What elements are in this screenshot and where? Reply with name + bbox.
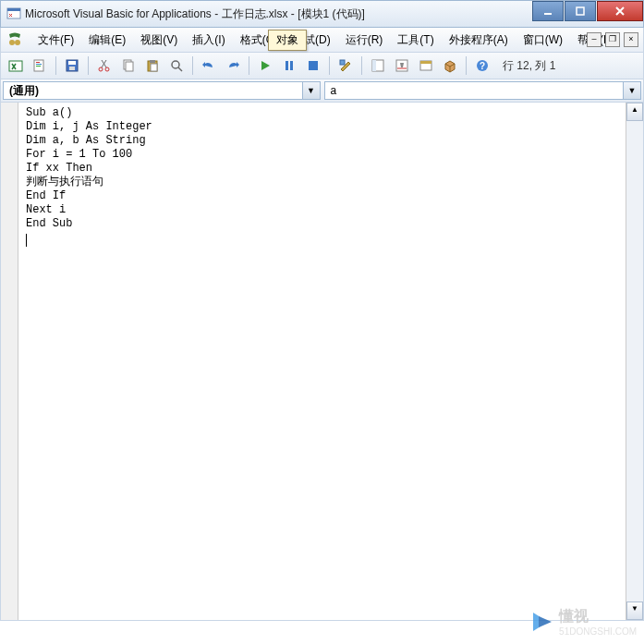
redo-button[interactable] [222,55,244,77]
window-title: Microsoft Visual Basic for Applications … [25,6,365,22]
menu-run[interactable]: 运行(R) [338,30,391,51]
reset-button[interactable] [302,55,324,77]
svg-rect-27 [372,60,376,71]
watermark-logo-icon [529,609,555,635]
toolbar: ? 行 12, 列 1 [0,53,644,79]
toolbox-button[interactable] [439,55,461,77]
save-button[interactable] [61,55,83,77]
svg-rect-24 [309,61,318,70]
code-editor: Sub a() Dim i, j As Integer Dim a, b As … [0,103,644,621]
copy-button[interactable] [117,55,140,77]
svg-rect-8 [36,62,40,63]
watermark-brand: 懂视 [559,607,637,626]
title-bar: Microsoft Visual Basic for Applications … [0,0,644,28]
object-combo[interactable]: (通用) ▼ [3,81,321,100]
menu-edit[interactable]: 编辑(E) [81,30,133,51]
svg-point-5 [15,40,20,45]
svg-point-4 [9,40,15,45]
paste-button[interactable] [141,55,164,77]
svg-rect-19 [150,60,155,63]
separator [329,56,330,75]
tooltip: 对象 [268,30,307,51]
project-explorer-button[interactable] [367,55,389,77]
menu-window[interactable]: 窗口(W) [516,30,570,51]
watermark-domain: 51DONGSHI.COM [559,626,637,637]
svg-rect-20 [151,64,157,71]
menu-bar: 文件(F) 编辑(E) 视图(V) 插入(I) 格式(O) 调试(D) 运行(R… [0,28,644,53]
dropdown-arrow-icon[interactable]: ▼ [623,82,640,99]
window-buttons [531,1,643,21]
app-icon [6,6,21,21]
properties-button[interactable] [391,55,413,77]
svg-point-15 [105,67,109,71]
svg-rect-12 [68,61,76,65]
mdi-minimize[interactable]: – [587,32,601,47]
separator [466,56,467,75]
vertical-scrollbar[interactable]: ▲ ▼ [626,103,643,620]
svg-text:?: ? [480,61,485,71]
separator [249,56,249,75]
mdi-close[interactable]: × [624,32,638,47]
undo-button[interactable] [198,55,220,77]
svg-rect-22 [286,61,288,70]
svg-point-14 [99,67,103,71]
help-button[interactable]: ? [471,55,493,77]
svg-rect-9 [36,64,42,65]
svg-rect-1 [7,8,20,11]
find-button[interactable] [165,55,188,77]
break-button[interactable] [278,55,300,77]
svg-rect-10 [36,66,41,67]
separator [55,56,56,75]
separator [192,56,193,75]
object-proc-bar: (通用) ▼ a ▼ [0,79,644,103]
mdi-buttons: – ❐ × [587,32,638,47]
close-button[interactable] [597,1,643,21]
menu-file[interactable]: 文件(F) [30,30,81,51]
code-text[interactable]: Sub a() Dim i, j As Integer Dim a, b As … [18,103,626,620]
dropdown-arrow-icon[interactable]: ▼ [302,82,320,99]
svg-rect-23 [290,61,293,70]
cut-button[interactable] [93,55,115,77]
scroll-up-button[interactable]: ▲ [626,103,643,121]
code-gutter [1,103,18,620]
menu-insert[interactable]: 插入(I) [185,30,232,51]
design-mode-button[interactable] [334,55,357,77]
maximize-button[interactable] [565,1,596,21]
svg-point-21 [172,61,179,68]
svg-rect-13 [69,67,75,70]
object-combo-text: (通用) [4,83,302,99]
menu-tools[interactable]: 工具(T) [390,30,441,51]
watermark: 懂视 51DONGSHI.COM [529,607,637,637]
svg-rect-17 [126,62,133,71]
svg-rect-2 [544,13,552,15]
insert-module-button[interactable] [29,55,51,77]
menu-view[interactable]: 视图(V) [133,30,185,51]
object-browser-button[interactable] [415,55,437,77]
view-excel-button[interactable] [5,55,27,77]
text-cursor [26,234,27,247]
vba-icon [6,31,23,48]
minimize-button[interactable] [532,1,564,21]
svg-rect-30 [420,61,431,64]
procedure-combo-text: a [325,84,624,97]
cursor-position: 行 12, 列 1 [503,58,555,74]
svg-rect-25 [340,60,345,65]
run-button[interactable] [254,55,276,77]
procedure-combo[interactable]: a ▼ [324,81,642,100]
separator [361,56,362,75]
scroll-track[interactable] [626,121,643,601]
separator [88,56,89,75]
svg-rect-6 [9,61,22,71]
mdi-restore[interactable]: ❐ [605,32,620,47]
svg-rect-3 [577,7,584,15]
menu-addins[interactable]: 外接程序(A) [442,30,516,51]
